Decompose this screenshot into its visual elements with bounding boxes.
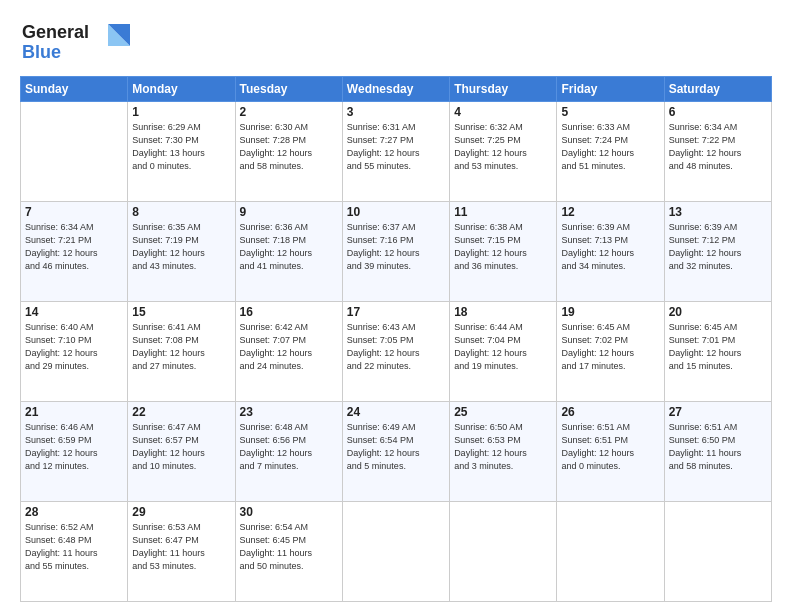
calendar-cell: 5Sunrise: 6:33 AMSunset: 7:24 PMDaylight… [557,102,664,202]
calendar-cell: 11Sunrise: 6:38 AMSunset: 7:15 PMDayligh… [450,202,557,302]
day-info: Sunrise: 6:30 AMSunset: 7:28 PMDaylight:… [240,121,338,173]
calendar-week-1: 1Sunrise: 6:29 AMSunset: 7:30 PMDaylight… [21,102,772,202]
day-info: Sunrise: 6:35 AMSunset: 7:19 PMDaylight:… [132,221,230,273]
day-number: 30 [240,505,338,519]
calendar-cell: 19Sunrise: 6:45 AMSunset: 7:02 PMDayligh… [557,302,664,402]
day-info: Sunrise: 6:34 AMSunset: 7:22 PMDaylight:… [669,121,767,173]
day-number: 16 [240,305,338,319]
day-number: 3 [347,105,445,119]
day-number: 13 [669,205,767,219]
calendar-cell: 27Sunrise: 6:51 AMSunset: 6:50 PMDayligh… [664,402,771,502]
day-number: 19 [561,305,659,319]
calendar-cell: 14Sunrise: 6:40 AMSunset: 7:10 PMDayligh… [21,302,128,402]
day-number: 29 [132,505,230,519]
calendar-cell: 16Sunrise: 6:42 AMSunset: 7:07 PMDayligh… [235,302,342,402]
day-info: Sunrise: 6:40 AMSunset: 7:10 PMDaylight:… [25,321,123,373]
calendar-week-4: 21Sunrise: 6:46 AMSunset: 6:59 PMDayligh… [21,402,772,502]
day-number: 22 [132,405,230,419]
calendar-cell: 10Sunrise: 6:37 AMSunset: 7:16 PMDayligh… [342,202,449,302]
day-number: 20 [669,305,767,319]
calendar-header-row: SundayMondayTuesdayWednesdayThursdayFrid… [21,77,772,102]
day-number: 8 [132,205,230,219]
calendar-cell: 13Sunrise: 6:39 AMSunset: 7:12 PMDayligh… [664,202,771,302]
day-info: Sunrise: 6:49 AMSunset: 6:54 PMDaylight:… [347,421,445,473]
svg-text:General: General [22,22,89,42]
day-info: Sunrise: 6:34 AMSunset: 7:21 PMDaylight:… [25,221,123,273]
col-header-wednesday: Wednesday [342,77,449,102]
day-info: Sunrise: 6:37 AMSunset: 7:16 PMDaylight:… [347,221,445,273]
day-number: 2 [240,105,338,119]
calendar-cell: 28Sunrise: 6:52 AMSunset: 6:48 PMDayligh… [21,502,128,602]
day-number: 26 [561,405,659,419]
day-number: 14 [25,305,123,319]
calendar-cell [664,502,771,602]
day-number: 23 [240,405,338,419]
day-number: 4 [454,105,552,119]
calendar-cell: 2Sunrise: 6:30 AMSunset: 7:28 PMDaylight… [235,102,342,202]
col-header-thursday: Thursday [450,77,557,102]
day-number: 24 [347,405,445,419]
calendar-cell: 9Sunrise: 6:36 AMSunset: 7:18 PMDaylight… [235,202,342,302]
calendar-cell: 24Sunrise: 6:49 AMSunset: 6:54 PMDayligh… [342,402,449,502]
day-info: Sunrise: 6:50 AMSunset: 6:53 PMDaylight:… [454,421,552,473]
calendar-week-3: 14Sunrise: 6:40 AMSunset: 7:10 PMDayligh… [21,302,772,402]
calendar-cell: 17Sunrise: 6:43 AMSunset: 7:05 PMDayligh… [342,302,449,402]
calendar-week-5: 28Sunrise: 6:52 AMSunset: 6:48 PMDayligh… [21,502,772,602]
svg-text:Blue: Blue [22,42,61,62]
calendar-cell: 1Sunrise: 6:29 AMSunset: 7:30 PMDaylight… [128,102,235,202]
day-info: Sunrise: 6:54 AMSunset: 6:45 PMDaylight:… [240,521,338,573]
day-number: 10 [347,205,445,219]
day-info: Sunrise: 6:33 AMSunset: 7:24 PMDaylight:… [561,121,659,173]
day-info: Sunrise: 6:32 AMSunset: 7:25 PMDaylight:… [454,121,552,173]
calendar-cell: 20Sunrise: 6:45 AMSunset: 7:01 PMDayligh… [664,302,771,402]
day-info: Sunrise: 6:42 AMSunset: 7:07 PMDaylight:… [240,321,338,373]
calendar-cell: 18Sunrise: 6:44 AMSunset: 7:04 PMDayligh… [450,302,557,402]
day-number: 12 [561,205,659,219]
day-number: 21 [25,405,123,419]
day-number: 28 [25,505,123,519]
day-number: 11 [454,205,552,219]
day-info: Sunrise: 6:46 AMSunset: 6:59 PMDaylight:… [25,421,123,473]
col-header-monday: Monday [128,77,235,102]
calendar-table: SundayMondayTuesdayWednesdayThursdayFrid… [20,76,772,602]
calendar-cell: 21Sunrise: 6:46 AMSunset: 6:59 PMDayligh… [21,402,128,502]
day-number: 27 [669,405,767,419]
col-header-friday: Friday [557,77,664,102]
calendar-cell: 29Sunrise: 6:53 AMSunset: 6:47 PMDayligh… [128,502,235,602]
calendar-week-2: 7Sunrise: 6:34 AMSunset: 7:21 PMDaylight… [21,202,772,302]
day-number: 1 [132,105,230,119]
col-header-saturday: Saturday [664,77,771,102]
day-info: Sunrise: 6:51 AMSunset: 6:50 PMDaylight:… [669,421,767,473]
calendar-cell: 4Sunrise: 6:32 AMSunset: 7:25 PMDaylight… [450,102,557,202]
day-info: Sunrise: 6:53 AMSunset: 6:47 PMDaylight:… [132,521,230,573]
day-number: 9 [240,205,338,219]
calendar-cell: 8Sunrise: 6:35 AMSunset: 7:19 PMDaylight… [128,202,235,302]
calendar-cell [450,502,557,602]
day-info: Sunrise: 6:36 AMSunset: 7:18 PMDaylight:… [240,221,338,273]
day-info: Sunrise: 6:45 AMSunset: 7:01 PMDaylight:… [669,321,767,373]
day-info: Sunrise: 6:29 AMSunset: 7:30 PMDaylight:… [132,121,230,173]
day-number: 18 [454,305,552,319]
col-header-sunday: Sunday [21,77,128,102]
col-header-tuesday: Tuesday [235,77,342,102]
day-number: 5 [561,105,659,119]
day-info: Sunrise: 6:52 AMSunset: 6:48 PMDaylight:… [25,521,123,573]
calendar-cell: 23Sunrise: 6:48 AMSunset: 6:56 PMDayligh… [235,402,342,502]
day-number: 25 [454,405,552,419]
day-info: Sunrise: 6:38 AMSunset: 7:15 PMDaylight:… [454,221,552,273]
calendar-cell [21,102,128,202]
day-info: Sunrise: 6:47 AMSunset: 6:57 PMDaylight:… [132,421,230,473]
calendar-cell: 12Sunrise: 6:39 AMSunset: 7:13 PMDayligh… [557,202,664,302]
calendar-cell: 30Sunrise: 6:54 AMSunset: 6:45 PMDayligh… [235,502,342,602]
calendar-cell: 15Sunrise: 6:41 AMSunset: 7:08 PMDayligh… [128,302,235,402]
day-info: Sunrise: 6:31 AMSunset: 7:27 PMDaylight:… [347,121,445,173]
calendar-cell [342,502,449,602]
day-info: Sunrise: 6:45 AMSunset: 7:02 PMDaylight:… [561,321,659,373]
calendar-cell: 7Sunrise: 6:34 AMSunset: 7:21 PMDaylight… [21,202,128,302]
day-number: 6 [669,105,767,119]
day-info: Sunrise: 6:44 AMSunset: 7:04 PMDaylight:… [454,321,552,373]
day-info: Sunrise: 6:51 AMSunset: 6:51 PMDaylight:… [561,421,659,473]
day-info: Sunrise: 6:39 AMSunset: 7:13 PMDaylight:… [561,221,659,273]
calendar-cell: 22Sunrise: 6:47 AMSunset: 6:57 PMDayligh… [128,402,235,502]
day-info: Sunrise: 6:41 AMSunset: 7:08 PMDaylight:… [132,321,230,373]
